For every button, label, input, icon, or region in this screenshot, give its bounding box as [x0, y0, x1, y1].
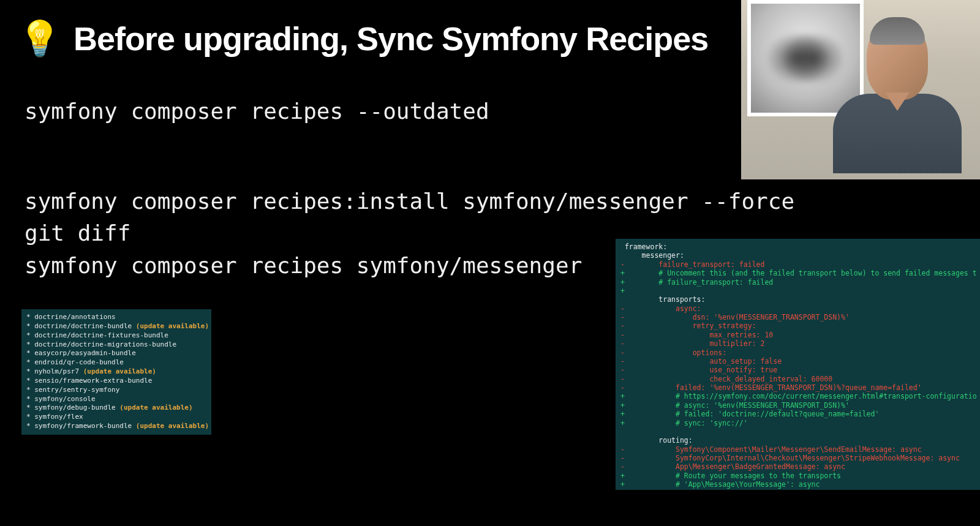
update-badge: (update available): [132, 322, 209, 330]
diff-line: - Symfony\Component\Mailer\Messenger\Sen…: [620, 445, 975, 454]
recipe-item: endroid/qr-code-bundle: [26, 358, 206, 367]
git-diff-panel: framework: messenger:- failure_transport…: [616, 239, 980, 490]
diff-line: - SymfonyCorp\Internal\Checkout\Messenge…: [620, 454, 975, 462]
diff-line: - App\Messenger\BadgeGrantedMessage: asy…: [620, 462, 975, 471]
recipe-item: symfony/console: [26, 395, 206, 404]
diff-line: + # async: '%env(MESSENGER_TRANSPORT_DSN…: [620, 401, 975, 410]
diff-line: framework:: [620, 242, 975, 251]
recipe-item: nyholm/psr7 (update available): [26, 367, 206, 377]
recipe-item: doctrine/doctrine-bundle (update availab…: [26, 322, 206, 331]
diff-line: - failure_transport: failed: [620, 260, 975, 269]
recipe-item: symfony/framework-bundle (update availab…: [26, 422, 206, 431]
recipe-item: symfony/flex: [26, 413, 206, 422]
diff-line: - max_retries: 10: [620, 331, 975, 339]
diff-line: + # https://symfony.com/doc/current/mess…: [620, 392, 975, 400]
diff-line: + # failure_transport: failed: [620, 278, 975, 287]
diff-line: routing:: [620, 436, 975, 445]
command-line: symfony composer recipes:install symfony…: [24, 186, 980, 217]
diff-line: - retry_strategy:: [620, 321, 975, 330]
diff-line: + # failed: 'doctrine://default?queue_na…: [620, 410, 975, 418]
update-badge: (update available): [116, 404, 193, 411]
recipe-item: easycorp/easyadmin-bundle: [26, 349, 206, 358]
diff-line: [620, 427, 975, 436]
diff-line: + # Uncomment this (and the failed trans…: [620, 269, 975, 277]
diff-line: messenger:: [620, 251, 975, 260]
diff-line: - use_notify: true: [620, 366, 975, 374]
recipe-item: sensio/framework-extra-bundle: [26, 377, 206, 386]
slide-title: Before upgrading, Sync Symfony Recipes: [74, 20, 708, 58]
diff-line: + # 'App\Message\YourMessage': async: [620, 480, 975, 489]
diff-line: + # Route your messages to the transport…: [620, 472, 975, 480]
diff-line: - check_delayed_interval: 60000: [620, 375, 975, 383]
recipe-item: doctrine/doctrine-migrations-bundle: [26, 340, 206, 350]
recipe-item: sentry/sentry-symfony: [26, 386, 206, 395]
lightbulb-icon: 💡: [18, 18, 61, 59]
diff-line: - multiplier: 2: [620, 339, 975, 348]
recipe-item: doctrine/annotations: [26, 313, 206, 322]
update-badge: (update available): [132, 422, 209, 430]
diff-line: + # sync: 'sync://': [620, 419, 975, 427]
diff-line: - failed: '%env(MESSENGER_TRANSPORT_DSN)…: [620, 383, 975, 392]
diff-line: +: [620, 287, 975, 295]
presenter: [827, 20, 968, 179]
diff-line: - dsn: '%env(MESSENGER_TRANSPORT_DSN)%': [620, 313, 975, 321]
recipe-item: doctrine/doctrine-fixtures-bundle: [26, 331, 206, 340]
presenter-webcam: [741, 0, 980, 179]
diff-line: transports:: [620, 295, 975, 304]
diff-line: - auto_setup: false: [620, 357, 975, 366]
update-badge: (update available): [79, 367, 156, 375]
recipes-output-panel: doctrine/annotationsdoctrine/doctrine-bu…: [21, 309, 211, 435]
diff-line: - async:: [620, 304, 975, 313]
diff-line: - options:: [620, 348, 975, 357]
recipe-item: symfony/debug-bundle (update available): [26, 404, 206, 413]
